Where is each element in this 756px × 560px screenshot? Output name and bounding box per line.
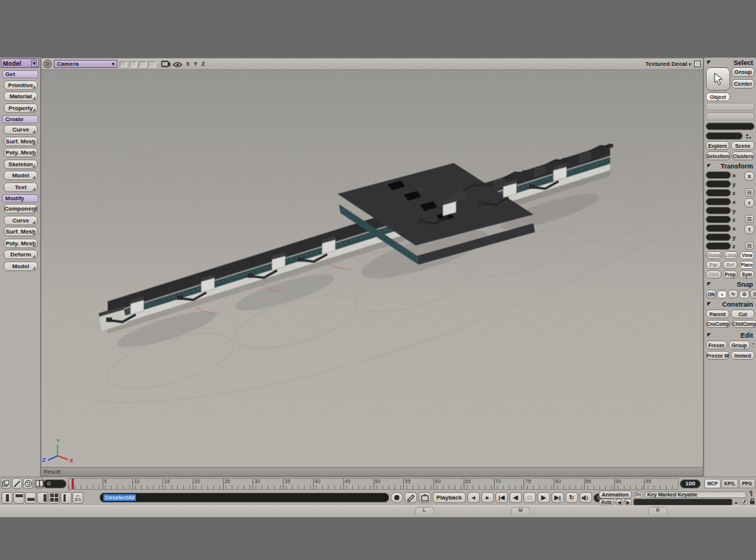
object-filter-button[interactable]: Object	[706, 92, 730, 101]
rotate-z-field[interactable]	[706, 216, 731, 223]
filter-slot[interactable]	[706, 103, 755, 111]
display-mode-menu[interactable]: Textured Decal ▾	[645, 61, 691, 67]
end-frame-field[interactable]: 100	[680, 479, 701, 488]
snap-on-toggle[interactable]: ON	[706, 290, 716, 298]
animation-menu-button[interactable]: Animation	[599, 491, 632, 499]
layout-right-icon[interactable]	[37, 492, 48, 504]
palette-icon[interactable]	[23, 478, 33, 489]
start-frame-field[interactable]: 0	[43, 479, 66, 488]
modify-poly-mesh-button[interactable]: Poly. Mesh	[4, 239, 38, 248]
play-forward-button[interactable]: ▶	[537, 492, 550, 503]
immed-button[interactable]: Immed	[731, 351, 755, 360]
viewport-3d-scene[interactable]: Y X Z	[41, 70, 703, 467]
resolution-ratio-button[interactable]: ▪▫2:1	[72, 492, 83, 504]
flipbook-icon[interactable]	[405, 492, 417, 503]
layout-vsplit-icon[interactable]	[61, 492, 72, 504]
views-cube-icon[interactable]	[1, 478, 11, 489]
edit-group-button[interactable]: Group	[729, 341, 750, 349]
camera-view-dropdown[interactable]: Camera▾	[54, 60, 117, 68]
plane-mode-button[interactable]: Plane	[739, 261, 755, 269]
selection-text-field-2[interactable]	[706, 132, 743, 140]
cnscomp-button[interactable]: CnsComp	[706, 320, 730, 328]
freeze-button[interactable]: Freeze	[706, 341, 727, 349]
create-skeleton-button[interactable]: Skeleton	[4, 160, 38, 169]
snap-facet-icon[interactable]: ◎	[739, 290, 749, 298]
select-section-header[interactable]: Select	[706, 58, 755, 66]
snap-grid-icon[interactable]: ▦	[750, 290, 756, 298]
select-tool-button[interactable]	[706, 67, 730, 91]
eye-icon[interactable]	[173, 58, 182, 71]
timeline-ruler[interactable]: 5101520253035404550556065707580859095	[68, 478, 678, 490]
key-marked-keyable-field[interactable]: Key Marked Keyable	[645, 491, 746, 498]
chldcomp-button[interactable]: ChldComp	[732, 320, 756, 328]
create-curve-button[interactable]: Curve	[4, 125, 38, 134]
play-backward-button[interactable]: ◀	[509, 492, 522, 503]
rotate-options-icon[interactable]	[745, 215, 754, 223]
translate-x-field[interactable]	[706, 225, 731, 232]
prev-key-button[interactable]: ◀	[616, 499, 623, 505]
explore-button[interactable]: Explore	[706, 141, 729, 150]
cog-button[interactable]: COG	[706, 270, 721, 279]
create-text-button[interactable]: Text	[4, 182, 38, 192]
autokey-toggle[interactable]: Auto	[599, 499, 614, 505]
create-poly-mesh-button[interactable]: Poly. Mesh	[4, 148, 38, 157]
modify-curve-button[interactable]: Curve	[4, 216, 38, 225]
translate-y-field[interactable]	[706, 233, 731, 241]
modify-surf-mesh-button[interactable]: Surf. Mesh	[4, 227, 38, 236]
clusters-button[interactable]: Clusters	[732, 151, 755, 160]
key-icon[interactable]	[633, 491, 643, 499]
tab-ppg[interactable]: PPG	[739, 479, 755, 488]
module-menu[interactable]: Model ▾	[1, 58, 39, 68]
memo-cam-slot[interactable]	[120, 61, 127, 67]
freeze-m-button[interactable]: Freeze M	[706, 351, 729, 360]
constrain-section-header[interactable]: Constrain	[706, 300, 755, 308]
edit-section-header[interactable]: Edit	[706, 331, 755, 339]
loop-icon[interactable]: ↻	[566, 492, 578, 503]
primitive-button[interactable]: Primitive	[4, 81, 38, 90]
property-button[interactable]: Property	[4, 103, 38, 113]
scene-button[interactable]: Scene	[731, 141, 755, 150]
create-model-button[interactable]: Model	[4, 171, 38, 180]
modify-component-button[interactable]: Component	[4, 204, 38, 214]
playback-options-button[interactable]: Playback	[433, 492, 466, 503]
viewport-pane-letter[interactable]: D	[44, 60, 52, 68]
go-to-end-button[interactable]: ▶|	[551, 492, 564, 503]
camera-icon[interactable]	[161, 58, 171, 71]
character-key-sets-field[interactable]	[633, 499, 732, 505]
plus-minus-icon[interactable]: +−	[752, 342, 755, 348]
layout-bottom-icon[interactable]	[25, 492, 36, 504]
snap-section-header[interactable]: Snap	[706, 280, 755, 288]
local-mode-button[interactable]: Local	[724, 251, 738, 259]
rotate-tool-button[interactable]: r	[744, 198, 755, 208]
command-input[interactable]: DeselectAll	[100, 493, 389, 502]
axis-lock-buttons[interactable]: X Y Z	[186, 61, 206, 66]
go-to-start-button[interactable]: |◀	[495, 492, 508, 503]
tab-mcp[interactable]: MCP	[704, 479, 721, 488]
global-mode-button[interactable]: Global	[706, 251, 722, 259]
material-button[interactable]: Material	[4, 92, 38, 101]
up-arrow-icon[interactable]: ▲	[734, 500, 738, 505]
scale-x-field[interactable]	[706, 171, 731, 179]
rotate-x-field[interactable]	[706, 198, 731, 205]
next-key-button[interactable]: ▶	[625, 499, 632, 505]
tab-kpl[interactable]: KP/L	[721, 479, 738, 488]
frame-step-forward-button[interactable]: ▸	[481, 492, 494, 503]
selection-button[interactable]: Selection	[706, 151, 730, 160]
pen-tool-icon[interactable]	[12, 478, 22, 489]
snap-point-icon[interactable]: •	[717, 290, 727, 298]
render-region-icon[interactable]	[419, 492, 431, 503]
ref-mode-button[interactable]: Ref	[723, 261, 738, 269]
cut-button[interactable]: Cut	[731, 310, 755, 318]
playhead[interactable]	[72, 479, 74, 489]
selection-text-field[interactable]	[706, 123, 755, 130]
record-icon[interactable]	[391, 492, 403, 503]
translate-z-field[interactable]	[706, 242, 731, 250]
spinner-arrows-icon[interactable]: ▲◄►	[745, 133, 752, 139]
scale-options-icon[interactable]	[745, 188, 754, 197]
snap-curve-icon[interactable]: ∿	[728, 290, 738, 298]
translate-tool-button[interactable]: t	[744, 225, 755, 234]
sym-button[interactable]: Sym	[739, 270, 755, 279]
layout-top-icon[interactable]	[13, 492, 24, 504]
memo-cam-slot[interactable]	[148, 61, 156, 67]
prop-button[interactable]: Prop	[723, 270, 738, 279]
